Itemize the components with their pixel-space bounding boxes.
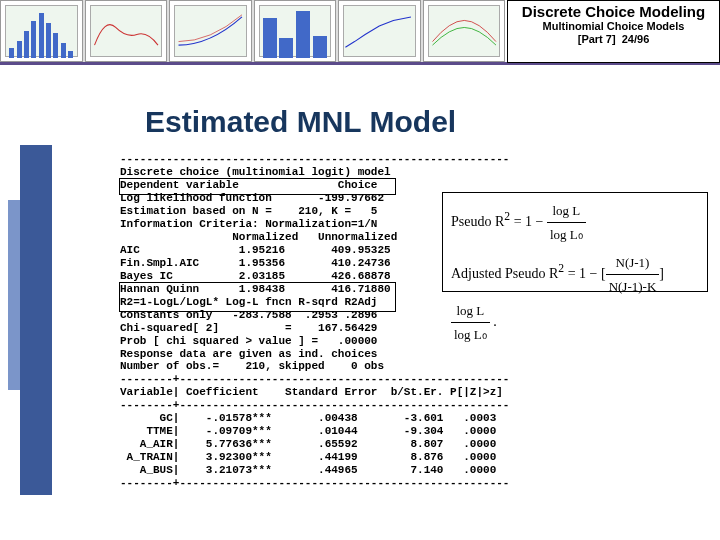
out-line: GC| -.01578*** .00438 -3.601 .0003	[120, 412, 496, 424]
out-line: Prob [ chi squared > value ] = .00000	[120, 335, 377, 347]
out-line: Dependent variable Choice	[120, 179, 377, 191]
out-line: Log likelihood function -199.97662	[120, 192, 384, 204]
slide-title: Estimated MNL Model	[145, 105, 456, 139]
course-subtitle: Multinomial Choice Models	[508, 20, 719, 32]
title-box: Discrete Choice Modeling Multinomial Cho…	[507, 0, 720, 63]
out-line: Response data are given as ind. choices	[120, 348, 377, 360]
header-bar: Discrete Choice Modeling Multinomial Cho…	[0, 0, 720, 65]
out-line: A_AIR| 5.77636*** .65592 8.807 .0000	[120, 438, 496, 450]
side-accent-light	[8, 200, 20, 390]
out-line: Fin.Smpl.AIC 1.95356 410.24736	[120, 257, 391, 269]
thumb-5	[338, 0, 421, 62]
thumb-4	[254, 0, 337, 62]
part-page: [Part 7] 24/96	[508, 33, 719, 45]
formula-box: Pseudo R2 = 1 − log Llog L₀ Adjusted Pse…	[442, 192, 708, 292]
out-line: A_BUS| 3.21073*** .44965 7.140 .0000	[120, 464, 496, 476]
out-line: Discrete choice (multinomial logit) mode…	[120, 166, 391, 178]
out-line: TTME| -.09709*** .01044 -9.304 .0000	[120, 425, 496, 437]
side-accent-dark	[20, 145, 52, 495]
out-line: Chi-squared[ 2] = 167.56429	[120, 322, 377, 334]
formula-pseudo-r2: Pseudo R2 = 1 − log Llog L₀	[451, 199, 699, 247]
out-line: AIC 1.95216 409.95325	[120, 244, 391, 256]
page-number: 24/96	[622, 33, 650, 45]
thumb-2	[85, 0, 168, 62]
out-hr: --------+-------------------------------…	[120, 477, 509, 489]
formula-adj-pseudo-r2: Adjusted Pseudo R2 = 1 − [N(J-1)N(J-1)-K…	[451, 251, 699, 347]
out-line: Bayes IC 2.03185 426.68878	[120, 270, 391, 282]
thumb-6	[423, 0, 506, 62]
part-label: [Part 7]	[578, 33, 616, 45]
out-line: Variable| Coefficient Standard Error b/S…	[120, 386, 503, 398]
out-line: Hannan Quinn 1.98438 416.71880	[120, 283, 391, 295]
out-line: A_TRAIN| 3.92300*** .44199 8.876 .0000	[120, 451, 496, 463]
out-hr: ----------------------------------------…	[120, 153, 509, 165]
out-line: Estimation based on N = 210, K = 5	[120, 205, 377, 217]
chart-thumbnails	[0, 0, 505, 62]
out-hr: --------+-------------------------------…	[120, 399, 509, 411]
out-line: Number of obs.= 210, skipped 0 obs	[120, 360, 384, 372]
out-hr: --------+-------------------------------…	[120, 373, 509, 385]
out-line: Information Criteria: Normalization=1/N	[120, 218, 377, 230]
out-line: R2=1-LogL/LogL* Log-L fncn R-sqrd R2Adj	[120, 296, 377, 308]
out-line: Constants only -283.7588 .2953 .2896	[120, 309, 377, 321]
out-line: Normalized Unnormalized	[120, 231, 397, 243]
thumb-3	[169, 0, 252, 62]
thumb-1	[0, 0, 83, 62]
course-title: Discrete Choice Modeling	[508, 3, 719, 20]
